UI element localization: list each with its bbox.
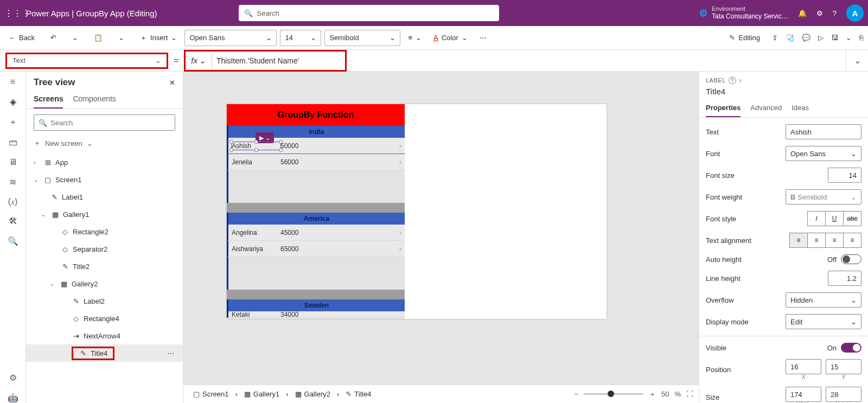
prop-size-w-input[interactable]: 174 [786,387,821,402]
tree-view-icon[interactable]: ◈ [10,97,16,107]
back-button[interactable]: ←Back [4,31,39,44]
tree-item-gallery1[interactable]: ⌄▦Gallery1 [26,206,183,223]
save-dropdown-icon[interactable]: ⌄ [846,34,852,42]
global-search[interactable]: 🔍 Search [239,5,499,21]
publish-icon[interactable]: ⎘ [859,34,864,42]
underline-button[interactable]: U [825,211,844,226]
gallery-row[interactable]: Aishwariya 65000 › [227,241,405,257]
editing-mode[interactable]: ✎ Editing [725,31,764,44]
prop-pos-x-input[interactable]: 16 [786,359,821,374]
chevron-right-icon[interactable]: › [739,76,742,85]
paste-button[interactable]: 📋 [90,31,107,44]
prop-overflow-select[interactable]: Hidden⌄ [786,292,861,308]
notifications-icon[interactable]: 🔔 [798,9,807,17]
flows-icon[interactable]: ≋ [9,177,16,187]
tab-advanced[interactable]: Advanced [750,100,782,117]
prop-pos-y-input[interactable]: 15 [826,359,861,374]
expand-formula-icon[interactable]: ⌄ [846,55,868,66]
prop-displaymode-select[interactable]: Edit⌄ [786,314,861,329]
variables-icon[interactable]: (𝑥) [8,197,18,207]
help-icon[interactable]: ? [833,9,837,17]
tree-item-label1[interactable]: ✎Label1 [26,188,183,206]
autoheight-toggle[interactable] [841,254,861,264]
undo-button[interactable]: ↶ [46,31,61,44]
breadcrumb-screen[interactable]: ▢Screen1 [189,388,233,400]
health-icon[interactable]: 🩺 [786,34,794,42]
font-weight-select[interactable]: Semibold⌄ [324,30,400,46]
insert-icon[interactable]: ＋ [9,117,17,128]
prop-text-input[interactable]: Ashish [786,124,861,139]
new-screen-button[interactable]: ＋ New screen ⌄ [26,136,183,153]
avatar[interactable]: A [846,4,864,22]
gallery-row[interactable]: ▶ ⌄ Ashish [227,138,405,154]
prop-lineheight-input[interactable]: 1.2 [828,271,861,286]
fx-label[interactable]: fx⌄ [186,56,212,66]
align-left-button[interactable]: ≡ [789,233,808,248]
next-arrow-icon[interactable]: › [399,158,401,166]
tree-item-title2[interactable]: ✎Title2 [26,258,183,275]
undo-dropdown[interactable]: ⌄ [68,31,82,44]
italic-button[interactable]: I [807,211,826,226]
next-arrow-icon[interactable]: › [399,228,401,236]
align-center-button[interactable]: ≡ [807,233,826,248]
breadcrumb-gallery2[interactable]: ▦Gallery2 [291,388,335,400]
formula-text-start[interactable]: ThisItem.'Student Name' [212,56,303,65]
prop-fontweight-select[interactable]: B Semibold⌄ [786,189,861,204]
tree-item-rectangle4[interactable]: ◇Rectangle4 [26,310,183,327]
tab-screens[interactable]: Screens [34,94,63,108]
gallery-row[interactable]: Ketaki 34000 [227,311,405,318]
tab-properties[interactable]: Properties [706,100,741,117]
media-icon[interactable]: 🖥 [9,157,17,167]
breadcrumb-title4[interactable]: ✎Title4 [341,388,375,400]
insert-button[interactable]: ＋Insert ⌄ [136,31,182,45]
tree-item-gallery2[interactable]: ⌄▦Gallery2 [26,275,183,292]
align-button[interactable]: ≡ ⌄ [404,31,426,44]
paste-dropdown[interactable]: ⌄ [114,31,129,44]
next-arrow-icon[interactable]: › [399,245,401,253]
prop-font-select[interactable]: Open Sans⌄ [786,146,861,161]
environment-picker[interactable]: 🌐 Environment Tata Consultancy Servic… [699,5,788,21]
zoom-in-icon[interactable]: ＋ [649,389,656,399]
info-icon[interactable]: ? [729,76,736,84]
app-launcher-icon[interactable]: ⋮⋮⋮ [4,8,22,18]
tree-item-app[interactable]: ›⊞App [26,153,183,171]
fit-icon[interactable]: ⛶ [686,390,693,398]
hamburger-icon[interactable]: ≡ [10,77,15,87]
strike-button[interactable]: abc [843,211,861,226]
prop-size-h-input[interactable]: 28 [826,387,861,402]
search-rail-icon[interactable]: 🔍 [8,236,18,246]
ask-icon[interactable]: 🤖 [8,393,18,403]
align-right-button[interactable]: ≡ [825,233,844,248]
more-button[interactable]: ⋯ [475,31,491,44]
settings-icon[interactable]: ⚙ [816,9,823,17]
settings-rail-icon[interactable]: ⚙ [9,373,17,383]
gallery1[interactable]: India ▶ ⌄ Ashish [227,126,405,319]
font-color-button[interactable]: A Color ⌄ [429,31,472,44]
data-icon[interactable]: 🗃 [9,138,17,148]
formula-input[interactable] [347,50,846,72]
align-justify-button[interactable]: ≡ [843,233,861,248]
tree-item-title4[interactable]: ✎Title4 ⋯ [26,344,183,362]
gallery-row[interactable]: Angelina 45000 › [227,225,405,241]
breadcrumb-gallery1[interactable]: ▦Gallery1 [240,388,284,400]
comments-icon[interactable]: 💬 [802,34,810,42]
property-selector[interactable]: Text ⌄ [5,53,168,69]
tools-icon[interactable]: 🛠 [9,216,17,226]
zoom-out-icon[interactable]: − [574,390,578,398]
share-icon[interactable]: ⇪ [772,34,778,42]
preview-icon[interactable]: ▷ [818,34,824,42]
tree-item-rectangle2[interactable]: ◇Rectangle2 [26,223,183,240]
font-select[interactable]: Open Sans⌄ [184,30,277,46]
tree-item-screen1[interactable]: ⌄▢Screen1 [26,171,183,188]
tree-item-more-icon[interactable]: ⋯ [167,349,175,357]
tab-components[interactable]: Components [73,94,116,108]
close-icon[interactable]: ✕ [169,79,175,87]
tree-item-separator2[interactable]: ◇Separator2 [26,240,183,258]
tree-item-label2[interactable]: ✎Label2 [26,292,183,310]
tree-item-nextarrow4[interactable]: ⇥NextArrow4 [26,327,183,344]
zoom-slider[interactable] [584,393,643,395]
font-size-select[interactable]: 14⌄ [280,30,321,46]
tab-ideas[interactable]: Ideas [792,100,809,117]
next-arrow-icon[interactable]: › [399,142,401,150]
tree-search[interactable]: 🔍 Search [34,114,175,131]
